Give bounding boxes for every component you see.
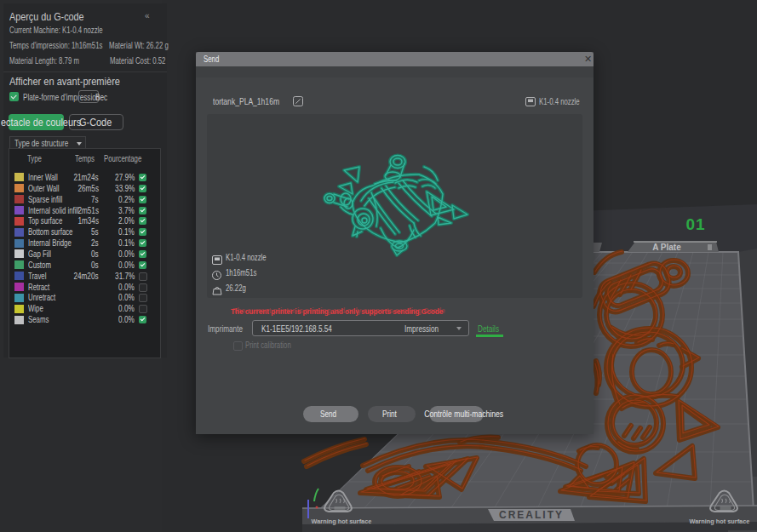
svg-text:Warning hot surface: Warning hot surface [312, 518, 372, 525]
svg-text:01: 01 [685, 215, 705, 233]
svg-text:A Plate: A Plate [652, 243, 681, 252]
svg-text:CREALITY: CREALITY [499, 509, 564, 521]
svg-text:Warning hot surface: Warning hot surface [690, 518, 750, 525]
